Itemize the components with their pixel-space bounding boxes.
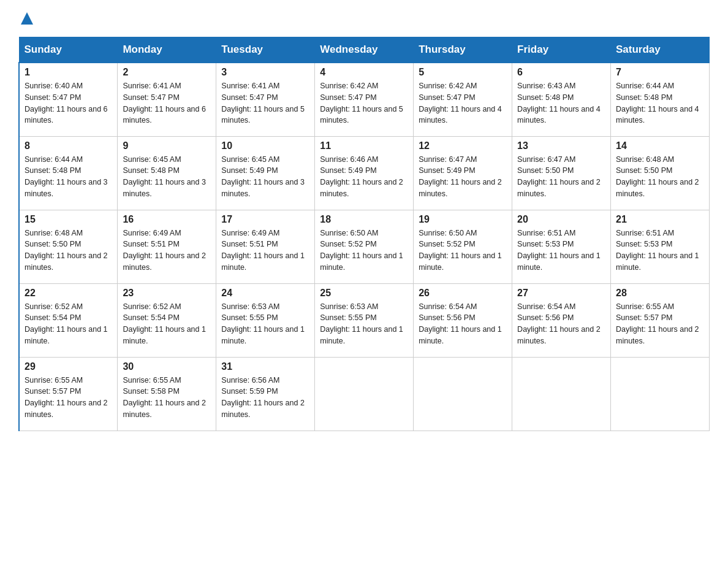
- day-number: 26: [419, 288, 507, 299]
- day-info: Sunrise: 6:45 AM Sunset: 5:49 PM Dayligh…: [221, 154, 309, 200]
- calendar-cell: 20 Sunrise: 6:51 AM Sunset: 5:53 PM Dayl…: [512, 210, 611, 283]
- day-info: Sunrise: 6:42 AM Sunset: 5:47 PM Dayligh…: [419, 80, 507, 126]
- day-number: 5: [419, 67, 507, 78]
- calendar-cell: 1 Sunrise: 6:40 AM Sunset: 5:47 PM Dayli…: [19, 63, 118, 136]
- day-number: 25: [320, 288, 408, 299]
- day-info: Sunrise: 6:49 AM Sunset: 5:51 PM Dayligh…: [123, 228, 211, 274]
- day-number: 1: [25, 67, 112, 78]
- calendar-cell: 16 Sunrise: 6:49 AM Sunset: 5:51 PM Dayl…: [118, 210, 216, 283]
- calendar-cell: 2 Sunrise: 6:41 AM Sunset: 5:47 PM Dayli…: [118, 63, 216, 136]
- day-info: Sunrise: 6:48 AM Sunset: 5:50 PM Dayligh…: [25, 228, 112, 274]
- calendar-cell: 9 Sunrise: 6:45 AM Sunset: 5:48 PM Dayli…: [118, 136, 216, 210]
- day-number: 6: [517, 67, 605, 78]
- day-info: Sunrise: 6:52 AM Sunset: 5:54 PM Dayligh…: [123, 301, 211, 347]
- calendar-cell: 15 Sunrise: 6:48 AM Sunset: 5:50 PM Dayl…: [19, 210, 118, 283]
- calendar-cell: 10 Sunrise: 6:45 AM Sunset: 5:49 PM Dayl…: [216, 136, 315, 210]
- calendar-cell: 18 Sunrise: 6:50 AM Sunset: 5:52 PM Dayl…: [315, 210, 414, 283]
- day-info: Sunrise: 6:53 AM Sunset: 5:55 PM Dayligh…: [221, 301, 309, 347]
- day-number: 2: [123, 67, 211, 78]
- day-number: 23: [123, 288, 211, 299]
- calendar-cell: [414, 357, 512, 431]
- day-number: 15: [25, 214, 112, 225]
- weekday-header-saturday: Saturday: [611, 37, 710, 63]
- day-info: Sunrise: 6:43 AM Sunset: 5:48 PM Dayligh…: [517, 80, 605, 126]
- calendar-week-row: 1 Sunrise: 6:40 AM Sunset: 5:47 PM Dayli…: [19, 63, 710, 136]
- calendar-cell: 26 Sunrise: 6:54 AM Sunset: 5:56 PM Dayl…: [414, 283, 512, 357]
- logo-line-general: [18, 12, 33, 25]
- calendar-cell: 3 Sunrise: 6:41 AM Sunset: 5:47 PM Dayli…: [216, 63, 315, 136]
- day-info: Sunrise: 6:46 AM Sunset: 5:49 PM Dayligh…: [320, 154, 408, 200]
- calendar-week-row: 29 Sunrise: 6:55 AM Sunset: 5:57 PM Dayl…: [19, 357, 710, 431]
- day-info: Sunrise: 6:47 AM Sunset: 5:50 PM Dayligh…: [517, 154, 605, 200]
- calendar-cell: 19 Sunrise: 6:50 AM Sunset: 5:52 PM Dayl…: [414, 210, 512, 283]
- day-number: 27: [517, 288, 605, 299]
- day-info: Sunrise: 6:40 AM Sunset: 5:47 PM Dayligh…: [25, 80, 112, 126]
- day-info: Sunrise: 6:49 AM Sunset: 5:51 PM Dayligh…: [221, 228, 309, 274]
- calendar-cell: 7 Sunrise: 6:44 AM Sunset: 5:48 PM Dayli…: [611, 63, 710, 136]
- day-number: 9: [123, 140, 211, 151]
- day-number: 21: [616, 214, 704, 225]
- calendar-cell: 27 Sunrise: 6:54 AM Sunset: 5:56 PM Dayl…: [512, 283, 611, 357]
- day-info: Sunrise: 6:41 AM Sunset: 5:47 PM Dayligh…: [123, 80, 211, 126]
- day-info: Sunrise: 6:51 AM Sunset: 5:53 PM Dayligh…: [517, 228, 605, 274]
- weekday-header-monday: Monday: [118, 37, 216, 63]
- day-info: Sunrise: 6:48 AM Sunset: 5:50 PM Dayligh…: [616, 154, 704, 200]
- day-info: Sunrise: 6:55 AM Sunset: 5:57 PM Dayligh…: [25, 375, 112, 421]
- calendar-cell: [512, 357, 611, 431]
- calendar-week-row: 22 Sunrise: 6:52 AM Sunset: 5:54 PM Dayl…: [19, 283, 710, 357]
- day-number: 30: [123, 361, 211, 372]
- day-info: Sunrise: 6:54 AM Sunset: 5:56 PM Dayligh…: [517, 301, 605, 347]
- calendar-cell: 11 Sunrise: 6:46 AM Sunset: 5:49 PM Dayl…: [315, 136, 414, 210]
- calendar-cell: 12 Sunrise: 6:47 AM Sunset: 5:49 PM Dayl…: [414, 136, 512, 210]
- day-number: 20: [517, 214, 605, 225]
- day-info: Sunrise: 6:52 AM Sunset: 5:54 PM Dayligh…: [25, 301, 112, 347]
- day-info: Sunrise: 6:45 AM Sunset: 5:48 PM Dayligh…: [123, 154, 211, 200]
- day-number: 14: [616, 140, 704, 151]
- calendar-cell: 28 Sunrise: 6:55 AM Sunset: 5:57 PM Dayl…: [611, 283, 710, 357]
- day-info: Sunrise: 6:44 AM Sunset: 5:48 PM Dayligh…: [616, 80, 704, 126]
- day-number: 12: [419, 140, 507, 151]
- calendar-cell: 6 Sunrise: 6:43 AM Sunset: 5:48 PM Dayli…: [512, 63, 611, 136]
- day-number: 31: [221, 361, 309, 372]
- day-info: Sunrise: 6:54 AM Sunset: 5:56 PM Dayligh…: [419, 301, 507, 347]
- day-number: 28: [616, 288, 704, 299]
- day-info: Sunrise: 6:55 AM Sunset: 5:58 PM Dayligh…: [123, 375, 211, 421]
- day-number: 11: [320, 140, 408, 151]
- calendar-cell: 22 Sunrise: 6:52 AM Sunset: 5:54 PM Dayl…: [19, 283, 118, 357]
- weekday-header-tuesday: Tuesday: [216, 37, 315, 63]
- calendar-cell: [315, 357, 414, 431]
- day-number: 24: [221, 288, 309, 299]
- day-info: Sunrise: 6:42 AM Sunset: 5:47 PM Dayligh…: [320, 80, 408, 126]
- day-info: Sunrise: 6:44 AM Sunset: 5:48 PM Dayligh…: [25, 154, 112, 200]
- day-info: Sunrise: 6:50 AM Sunset: 5:52 PM Dayligh…: [320, 228, 408, 274]
- day-number: 17: [221, 214, 309, 225]
- calendar-cell: 23 Sunrise: 6:52 AM Sunset: 5:54 PM Dayl…: [118, 283, 216, 357]
- day-info: Sunrise: 6:55 AM Sunset: 5:57 PM Dayligh…: [616, 301, 704, 347]
- day-number: 22: [25, 288, 112, 299]
- day-number: 7: [616, 67, 704, 78]
- calendar-table: SundayMondayTuesdayWednesdayThursdayFrid…: [18, 37, 710, 431]
- day-info: Sunrise: 6:50 AM Sunset: 5:52 PM Dayligh…: [419, 228, 507, 274]
- day-info: Sunrise: 6:47 AM Sunset: 5:49 PM Dayligh…: [419, 154, 507, 200]
- day-number: 3: [221, 67, 309, 78]
- calendar-week-row: 8 Sunrise: 6:44 AM Sunset: 5:48 PM Dayli…: [19, 136, 710, 210]
- day-number: 13: [517, 140, 605, 151]
- day-number: 4: [320, 67, 408, 78]
- calendar-cell: 5 Sunrise: 6:42 AM Sunset: 5:47 PM Dayli…: [414, 63, 512, 136]
- weekday-header-wednesday: Wednesday: [315, 37, 414, 63]
- day-number: 29: [25, 361, 112, 372]
- logo-triangle-icon: [21, 12, 33, 25]
- calendar-cell: 13 Sunrise: 6:47 AM Sunset: 5:50 PM Dayl…: [512, 136, 611, 210]
- day-number: 19: [419, 214, 507, 225]
- day-number: 8: [25, 140, 112, 151]
- logo: [18, 12, 33, 25]
- calendar-cell: 4 Sunrise: 6:42 AM Sunset: 5:47 PM Dayli…: [315, 63, 414, 136]
- calendar-cell: 31 Sunrise: 6:56 AM Sunset: 5:59 PM Dayl…: [216, 357, 315, 431]
- calendar-cell: 29 Sunrise: 6:55 AM Sunset: 5:57 PM Dayl…: [19, 357, 118, 431]
- calendar-cell: 14 Sunrise: 6:48 AM Sunset: 5:50 PM Dayl…: [611, 136, 710, 210]
- calendar-cell: 17 Sunrise: 6:49 AM Sunset: 5:51 PM Dayl…: [216, 210, 315, 283]
- calendar-cell: [611, 357, 710, 431]
- page-header: [18, 12, 710, 25]
- day-info: Sunrise: 6:41 AM Sunset: 5:47 PM Dayligh…: [221, 80, 309, 126]
- weekday-header-friday: Friday: [512, 37, 611, 63]
